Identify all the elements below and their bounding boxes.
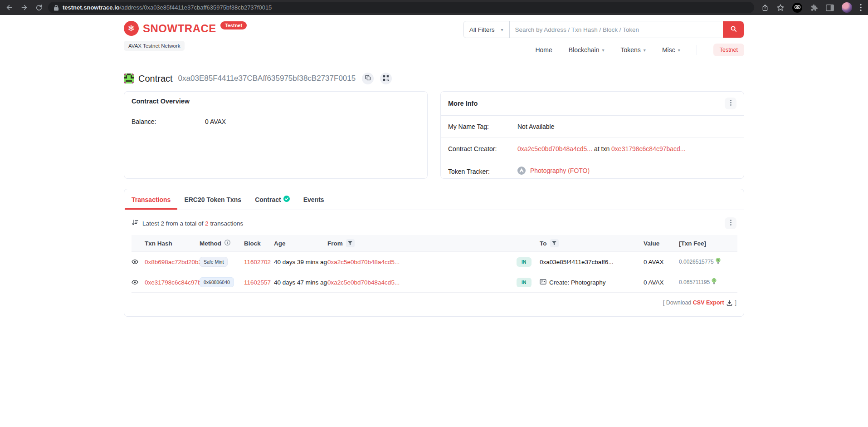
block-link[interactable]: 11602702 (244, 259, 271, 265)
nav-item-misc[interactable]: Misc▾ (662, 46, 680, 54)
to-address-text: 0xa03e85f4411e37cbaff6... (540, 259, 613, 265)
txn-hash-link[interactable]: 0x8b698ac72bd20b2a64... (145, 259, 200, 265)
token-tracker-label: Token Tracker: (448, 168, 517, 175)
nav-item-home[interactable]: Home (535, 46, 552, 54)
from-filter-button[interactable] (346, 239, 355, 247)
txn-fee-text: 0.065711195 (679, 279, 710, 285)
tx-preview-eye-button[interactable] (132, 259, 138, 265)
tab-erc20-label: ERC20 Token Txns (184, 196, 241, 203)
tab-transactions[interactable]: Transactions (125, 189, 177, 210)
col-method: Method (200, 235, 244, 252)
csv-export-row: [ Download CSV Export ] (124, 293, 744, 316)
col-eye (132, 235, 145, 252)
contract-creator-label: Contract Creator: (448, 145, 517, 152)
qr-code-button[interactable] (380, 73, 392, 84)
tx-preview-eye-button[interactable] (132, 280, 138, 285)
contract-overview-card: Contract Overview Balance: 0 AVAX (124, 91, 428, 179)
name-tag-value: Not Available (517, 123, 554, 130)
search-input[interactable] (510, 21, 723, 38)
browser-forward-icon[interactable] (20, 4, 28, 11)
age-text: 40 days 47 mins ago (274, 279, 327, 286)
share-icon[interactable] (761, 4, 769, 12)
qr-code-icon (383, 75, 389, 82)
bookmark-star-icon[interactable] (776, 4, 785, 12)
block-link[interactable]: 11602557 (244, 279, 271, 286)
summary-count: 2 (205, 220, 209, 227)
browser-reload-icon[interactable] (35, 4, 43, 11)
more-info-menu-button[interactable] (725, 98, 736, 109)
col-value: Value (644, 235, 679, 252)
nav-divider (697, 45, 697, 55)
lock-icon (54, 5, 59, 11)
tab-events[interactable]: Events (297, 189, 331, 210)
magnifier-icon (730, 25, 737, 34)
overview-card-title: Contract Overview (132, 98, 190, 105)
search-filter-dropdown[interactable]: All Filters ▾ (463, 21, 510, 38)
tab-erc20-token-txns[interactable]: ERC20 Token Txns (177, 189, 248, 210)
browser-menu-kebab-icon[interactable] (860, 4, 862, 11)
creator-txn-link[interactable]: 0xe31798c6c84c97bacd... (611, 145, 685, 152)
brand-testnet-badge: Testnet (220, 21, 247, 29)
transactions-summary-text: Latest 2 from a total of 2 transactions (142, 220, 243, 227)
side-panel-icon[interactable] (826, 4, 834, 11)
brand-wordmark: SNOWTRACE (143, 21, 216, 36)
address-bar[interactable]: testnet.snowtrace.io/address/0xa03e85f44… (48, 2, 754, 13)
direction-badge: IN (517, 257, 532, 267)
search-filter-label: All Filters (469, 26, 495, 33)
to-filter-button[interactable] (550, 239, 559, 247)
copy-icon (365, 75, 371, 82)
value-text: 0 AVAX (644, 259, 664, 265)
main-nav: Home Blockchain▾ Tokens▾ Misc▾ Testnet (535, 44, 744, 56)
contract-creator-value: 0xa2c5e0bd70b48a4cd5... at txn 0xe31798c… (517, 145, 686, 152)
brand[interactable]: ❄ SNOWTRACE Testnet (124, 21, 247, 36)
tab-contract[interactable]: Contract (248, 189, 297, 210)
method-badge: 0x60806040 (200, 277, 234, 287)
chevron-down-icon: ▾ (602, 48, 604, 53)
site-header: ❄ SNOWTRACE Testnet AVAX Testnet Network… (0, 15, 868, 61)
col-age[interactable]: Age (274, 235, 327, 252)
info-icon[interactable] (224, 240, 230, 247)
page-title: Contract (138, 74, 173, 84)
testnet-network-button[interactable]: Testnet (713, 44, 744, 56)
csv-export-link[interactable]: CSV Export (693, 299, 724, 306)
summary-suffix: transactions (210, 220, 243, 227)
download-suffix-text: ] (735, 299, 736, 306)
creator-address-link[interactable]: 0xa2c5e0bd70b48a4cd5... (517, 145, 592, 152)
extensions-puzzle-icon[interactable] (810, 4, 818, 12)
summary-prefix: Latest 2 from a total of (142, 220, 203, 227)
url-text: testnet.snowtrace.io/address/0xa03e85f44… (63, 4, 272, 11)
col-from-label: From (327, 240, 343, 247)
adblock-extension-icon[interactable] (792, 3, 802, 13)
chevron-down-icon: ▾ (501, 27, 503, 32)
nav-item-tokens[interactable]: Tokens▾ (620, 46, 645, 54)
token-tracker-link[interactable]: Photography (FOTO) (530, 167, 590, 174)
transactions-menu-button[interactable] (725, 217, 736, 229)
browser-back-icon[interactable] (5, 4, 13, 11)
col-direction (517, 235, 540, 252)
network-pill: AVAX Testnet Network (124, 41, 185, 51)
nav-blockchain-label: Blockchain (569, 46, 600, 54)
profile-avatar[interactable] (842, 2, 852, 13)
kebab-icon (730, 220, 731, 227)
balance-value: 0 AVAX (205, 118, 226, 125)
col-txn-hash: Txn Hash (145, 235, 200, 252)
kebab-icon (730, 100, 731, 107)
more-info-card: More Info My Name Tag: Not Available Con… (440, 91, 744, 179)
direction-badge: IN (517, 278, 532, 287)
chevron-down-icon: ▾ (644, 48, 646, 53)
txn-hash-link[interactable]: 0xe31798c6c84c97bacd... (145, 279, 200, 286)
copy-address-button[interactable] (362, 73, 374, 84)
download-prefix-text: [ Download (663, 299, 692, 306)
tab-bar: Transactions ERC20 Token Txns Contract E… (124, 189, 744, 210)
url-domain: testnet.snowtrace.io (63, 4, 120, 11)
search-bar: All Filters ▾ (463, 21, 744, 38)
nav-tokens-label: Tokens (620, 46, 640, 54)
col-txn-fee: [Txn Fee] (679, 235, 737, 252)
col-block: Block (244, 235, 274, 252)
search-button[interactable] (723, 21, 744, 38)
method-badge: Safe Mint (200, 257, 228, 267)
from-address-link[interactable]: 0xa2c5e0bd70b48a4cd5... (327, 279, 400, 286)
nav-misc-label: Misc (662, 46, 675, 54)
from-address-link[interactable]: 0xa2c5e0bd70b48a4cd5... (327, 259, 400, 265)
nav-item-blockchain[interactable]: Blockchain▾ (569, 46, 605, 54)
